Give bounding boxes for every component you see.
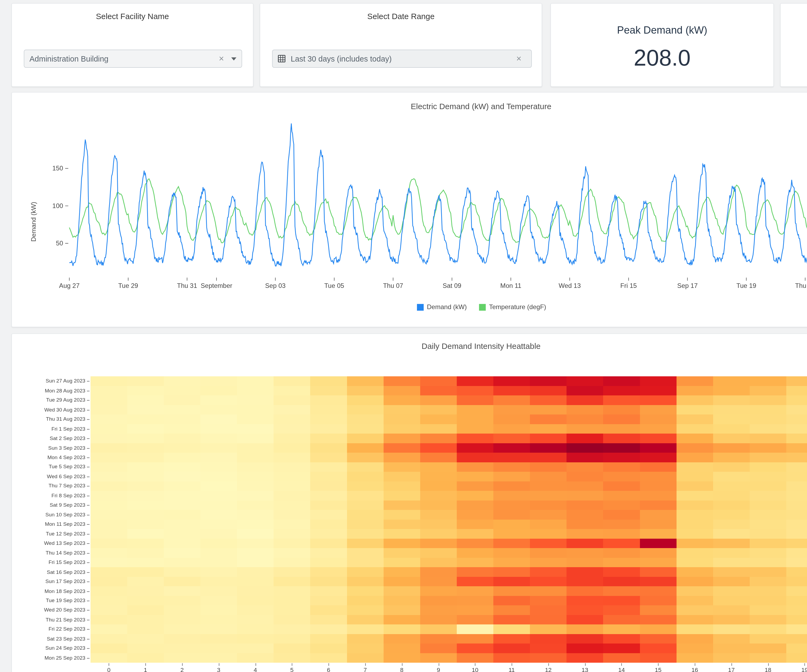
heatmap-col-tick — [219, 663, 219, 666]
svg-text:Thu 21: Thu 21 — [795, 282, 807, 289]
heatmap-row-label: Fri 8 Sep 2023 — [14, 492, 85, 498]
svg-text:Tue 05: Tue 05 — [324, 282, 344, 289]
heatmap-col-tick — [365, 663, 366, 666]
facility-filter-card: Select Facility Name Administration Buil… — [11, 3, 253, 87]
partial-card — [780, 3, 807, 87]
heatmap-row-label: Thu 7 Sep 2023 — [14, 483, 85, 489]
heatmap-row-tick — [87, 639, 90, 639]
svg-text:Wed 13: Wed 13 — [559, 282, 581, 289]
heatmap-col-label: 15 — [648, 667, 669, 672]
heatmap-row-label: Thu 14 Sep 2023 — [14, 550, 85, 556]
heatmap-row-tick — [87, 486, 90, 487]
heatmap-col-label: 14 — [611, 667, 632, 672]
heatmap-col-tick — [109, 663, 110, 666]
heatmap-row-tick — [87, 477, 90, 477]
facility-dropdown[interactable]: Administration Building × — [24, 50, 242, 68]
heatmap-row-tick — [87, 391, 90, 391]
heatmap-row-label: Mon 25 Sep 2023 — [14, 655, 85, 661]
heatmap-card: Daily Demand Intensity Heattable Sun 27 … — [11, 333, 807, 672]
heatmap-row-label: Wed 6 Sep 2023 — [14, 473, 85, 480]
heatmap-col-tick — [475, 663, 476, 666]
dashboard-page: Select Facility Name Administration Buil… — [0, 0, 807, 672]
calendar-icon — [278, 55, 286, 63]
svg-text:150: 150 — [52, 164, 63, 172]
heatmap-row-tick — [87, 572, 90, 573]
heatmap-row-tick — [87, 381, 90, 382]
heatmap-col-label: 4 — [245, 667, 266, 672]
heatmap-row-tick — [87, 524, 90, 525]
svg-text:Sep 17: Sep 17 — [677, 282, 698, 289]
heatmap-row-label: Sun 24 Sep 2023 — [14, 646, 85, 652]
heatmap-row-tick — [87, 534, 90, 535]
heatmap-col-label: 9 — [428, 667, 449, 672]
legend-item[interactable]: Temperature (degF) — [479, 303, 546, 311]
svg-text:September: September — [201, 282, 232, 289]
demand-heatmap[interactable] — [91, 376, 807, 663]
date-range-clear-icon[interactable]: × — [511, 54, 526, 63]
legend-swatch — [417, 304, 423, 310]
heatmap-row-tick — [87, 620, 90, 621]
heatmap-col-tick — [182, 663, 183, 666]
heatmap-col-tick — [695, 663, 695, 666]
heatmap-row-label: Sat 23 Sep 2023 — [14, 636, 85, 642]
heatmap-col-label: 13 — [575, 667, 595, 672]
heatmap-col-tick — [146, 663, 146, 666]
svg-text:Tue 19: Tue 19 — [736, 282, 756, 289]
heatmap-col-tick — [622, 663, 622, 666]
heatmap-row-label: Tue 19 Sep 2023 — [14, 598, 85, 604]
legend-label: Temperature (degF) — [489, 303, 546, 311]
heatmap-col-tick — [402, 663, 402, 666]
svg-text:Thu 31: Thu 31 — [177, 282, 197, 289]
heatmap-col-label: 3 — [208, 667, 229, 672]
svg-text:Demand (kW): Demand (kW) — [30, 202, 37, 242]
heatmap-col-tick — [768, 663, 769, 666]
heatmap-row-label: Sat 2 Sep 2023 — [14, 435, 85, 441]
heatmap-row-label: Tue 5 Sep 2023 — [14, 464, 85, 470]
heatmap-col-label: 16 — [684, 667, 705, 672]
heatmap-row-tick — [87, 648, 90, 649]
heatmap-row-tick — [87, 505, 90, 506]
heatmap-row-tick — [87, 448, 90, 449]
heatmap-col-tick — [585, 663, 585, 666]
date-range-card: Select Date Range Last 30 days (includes… — [260, 3, 542, 87]
facility-clear-icon[interactable]: × — [214, 54, 229, 63]
heatmap-col-label: 8 — [391, 667, 412, 672]
svg-text:Sep 03: Sep 03 — [265, 282, 286, 289]
heatmap-row-tick — [87, 553, 90, 553]
heatmap-row-tick — [87, 400, 90, 401]
chevron-down-icon[interactable] — [231, 57, 236, 61]
heatmap-col-tick — [511, 663, 512, 666]
heatmap-col-label: 19 — [794, 667, 807, 672]
peak-demand-title: Peak Demand (kW) — [551, 24, 773, 36]
heatmap-row-label: Fri 15 Sep 2023 — [14, 559, 85, 566]
heatmap-col-tick — [329, 663, 329, 666]
heatmap-row-tick — [87, 419, 90, 420]
legend-item[interactable]: Demand (kW) — [417, 303, 467, 311]
heatmap-row-tick — [87, 658, 90, 659]
date-range-input[interactable]: Last 30 days (includes today) × — [272, 50, 532, 68]
heatmap-title: Daily Demand Intensity Heattable — [12, 341, 807, 351]
heatmap-col-label: 17 — [721, 667, 742, 672]
heatmap-col-label: 12 — [538, 667, 559, 672]
heatmap-row-tick — [87, 496, 90, 496]
heatmap-row-label: Sun 27 Aug 2023 — [14, 378, 85, 384]
svg-text:100: 100 — [52, 202, 63, 209]
heatmap-col-label: 11 — [501, 667, 522, 672]
heatmap-row-label: Wed 13 Sep 2023 — [14, 540, 85, 546]
date-range-value: Last 30 days (includes today) — [291, 54, 511, 63]
svg-text:50: 50 — [56, 240, 63, 247]
demand-temperature-chart[interactable]: 50100150Aug 27Tue 29Thu 31SeptemberSep 0… — [12, 93, 807, 327]
heatmap-row-tick — [87, 429, 90, 429]
peak-demand-card: Peak Demand (kW) 208.0 — [550, 3, 774, 87]
heatmap-row-label: Sun 10 Sep 2023 — [14, 511, 85, 518]
svg-text:Aug 27: Aug 27 — [59, 282, 80, 289]
svg-text:Sat 09: Sat 09 — [443, 282, 461, 289]
heatmap-row-label: Tue 29 Aug 2023 — [14, 397, 85, 403]
heatmap-row-label: Mon 18 Sep 2023 — [14, 588, 85, 594]
heatmap-row-tick — [87, 591, 90, 592]
heatmap-row-tick — [87, 562, 90, 563]
heatmap-col-tick — [658, 663, 659, 666]
heatmap-col-tick — [438, 663, 439, 666]
heatmap-col-label: 18 — [758, 667, 779, 672]
heatmap-row-label: Mon 11 Sep 2023 — [14, 521, 85, 527]
